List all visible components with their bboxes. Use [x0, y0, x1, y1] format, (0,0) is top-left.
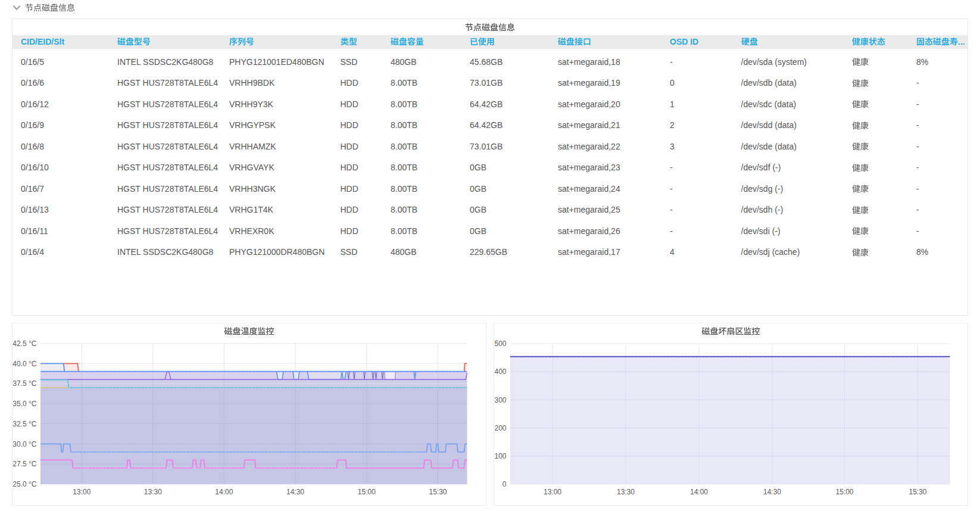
svg-text:35.0 °C: 35.0 °C	[13, 400, 36, 408]
svg-text:15:30: 15:30	[429, 488, 447, 496]
svg-text:13:00: 13:00	[73, 488, 90, 496]
svg-text:14:00: 14:00	[690, 488, 708, 496]
svg-text:14:30: 14:30	[286, 488, 304, 496]
svg-text:100: 100	[494, 452, 506, 460]
svg-text:15:00: 15:00	[835, 488, 853, 496]
svg-text:14:00: 14:00	[215, 488, 233, 496]
svg-text:32.5 °C: 32.5 °C	[13, 420, 36, 428]
svg-text:13:30: 13:30	[617, 488, 635, 496]
svg-text:500: 500	[494, 339, 506, 348]
svg-text:37.5 °C: 37.5 °C	[13, 379, 36, 388]
svg-text:0: 0	[503, 480, 507, 488]
svg-text:15:00: 15:00	[358, 488, 376, 496]
svg-text:15:30: 15:30	[909, 488, 926, 496]
svg-text:400: 400	[494, 367, 506, 376]
svg-text:14:30: 14:30	[763, 488, 781, 496]
svg-text:25.0 °C: 25.0 °C	[13, 480, 36, 488]
svg-text:42.5 °C: 42.5 °C	[13, 339, 36, 348]
svg-text:300: 300	[494, 396, 506, 404]
svg-text:27.5 °C: 27.5 °C	[13, 460, 36, 468]
svg-text:200: 200	[494, 424, 506, 432]
svg-text:30.0 °C: 30.0 °C	[13, 440, 36, 448]
svg-text:13:30: 13:30	[144, 488, 162, 496]
svg-text:40.0 °C: 40.0 °C	[13, 360, 36, 368]
svg-text:13:00: 13:00	[544, 488, 561, 496]
